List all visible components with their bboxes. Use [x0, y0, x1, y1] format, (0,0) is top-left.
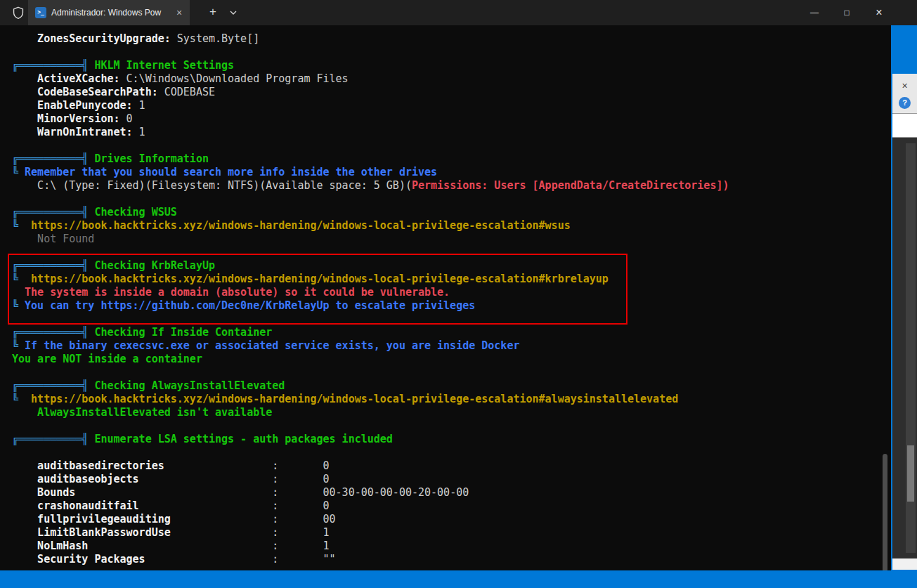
- desktop-background-right: × ?: [891, 25, 917, 570]
- terminal-line: WarnOnIntranet: 1: [12, 126, 891, 139]
- terminal-line: ╔══════════╣ Enumerate LSA settings - au…: [12, 433, 891, 446]
- terminal-line: ╔══════════╣ Checking AlwaysInstallEleva…: [12, 379, 891, 393]
- chevron-down-icon: [230, 11, 237, 15]
- terminal-line: [12, 446, 891, 459]
- terminal-line: [12, 192, 891, 206]
- terminal-line: ╚ https://book.hacktricks.xyz/windows-ha…: [12, 393, 891, 406]
- terminal-line: CodeBaseSearchPath: CODEBASE: [12, 86, 891, 99]
- background-window: × ?: [892, 74, 917, 570]
- terminal-line: [12, 419, 891, 433]
- terminal-line: auditbasedirectories : 0: [12, 459, 891, 473]
- background-scrollbar-thumb[interactable]: [907, 445, 914, 502]
- terminal-line: ╔══════════╣ Checking If Inside Containe…: [12, 326, 891, 339]
- terminal-line: ╚ https://book.hacktricks.xyz/windows-ha…: [12, 219, 891, 233]
- new-tab-button[interactable]: +: [202, 0, 224, 25]
- tab-dropdown-button[interactable]: [223, 0, 243, 25]
- terminal-line: Security Packages : "": [12, 553, 891, 566]
- terminal-line: You are NOT inside a container: [12, 353, 891, 366]
- background-input-field[interactable]: [892, 113, 917, 138]
- terminal-screen[interactable]: ZonesSecurityUpgrade: System.Byte[] ╔═══…: [0, 25, 891, 570]
- help-button[interactable]: ?: [899, 97, 911, 109]
- terminal-line: ╔══════════╣ HKLM Internet Settings: [12, 59, 891, 72]
- terminal-line: EnablePunycode: 1: [12, 99, 891, 112]
- background-window-bottom: [892, 558, 917, 570]
- background-window-content: [892, 138, 917, 558]
- background-window-close-button[interactable]: ×: [892, 77, 917, 95]
- terminal-line: auditbaseobjects : 0: [12, 473, 891, 486]
- background-window-scrollbar[interactable]: [906, 143, 916, 553]
- close-button[interactable]: ×: [863, 0, 895, 25]
- annotation-highlight-box: [8, 254, 627, 325]
- terminal-line: AlwaysInstallElevated isn't available: [12, 406, 891, 419]
- terminal-line: ╔══════════╣ Checking WSUS: [12, 206, 891, 219]
- terminal-line: ActiveXCache: C:\Windows\Downloaded Prog…: [12, 72, 891, 86]
- terminal-line: LimitBlankPasswordUse : 1: [12, 526, 891, 540]
- terminal-line: ╚ If the binary cexecsvc.exe or associat…: [12, 339, 891, 353]
- terminal-line: [12, 366, 891, 379]
- terminal-line: [12, 46, 891, 59]
- desktop-background-bottom: [0, 570, 917, 588]
- tab-title: Administrador: Windows Pow: [51, 8, 168, 18]
- terminal-line: Not Found: [12, 233, 891, 246]
- terminal-line: MinorVersion: 0: [12, 112, 891, 126]
- terminal-line: Bounds : 00-30-00-00-00-20-00-00: [12, 486, 891, 499]
- tab-powershell[interactable]: >_ Administrador: Windows Pow ×: [28, 0, 190, 25]
- maximize-button[interactable]: □: [831, 0, 863, 25]
- terminal-line: ZonesSecurityUpgrade: System.Byte[]: [12, 32, 891, 46]
- tab-close-button[interactable]: ×: [173, 7, 186, 18]
- terminal-line: crashonauditfail : 0: [12, 499, 891, 513]
- terminal-line: ╚ Remember that you should search more i…: [12, 166, 891, 179]
- terminal-line: C:\ (Type: Fixed)(Filesystem: NTFS)(Avai…: [12, 179, 891, 192]
- titlebar: >_ Administrador: Windows Pow × + — □ ×: [0, 0, 917, 25]
- terminal-line: [12, 139, 891, 152]
- minimize-button[interactable]: —: [798, 0, 831, 25]
- admin-shield-icon: [13, 6, 24, 19]
- terminal-line: ╔══════════╣ Drives Information: [12, 152, 891, 166]
- window-controls: — □ ×: [798, 0, 895, 25]
- terminal-scrollbar[interactable]: [883, 454, 887, 570]
- terminal-line: NoLmHash : 1: [12, 540, 891, 553]
- terminal-line: fullprivilegeauditing : 00: [12, 513, 891, 526]
- powershell-icon: >_: [35, 7, 46, 18]
